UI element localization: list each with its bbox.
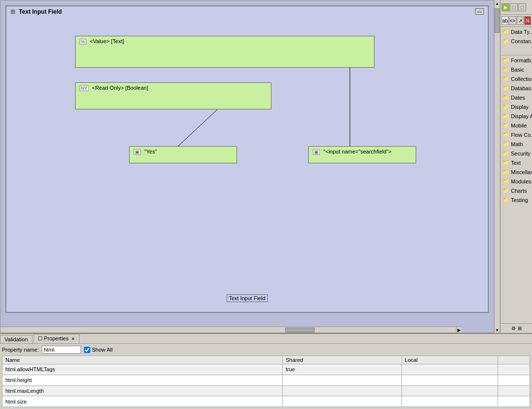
prop-shared: true bbox=[283, 364, 401, 375]
panel-item-label: Flow Co... bbox=[511, 132, 532, 138]
value-node-label: <Value> [Text] bbox=[90, 38, 124, 44]
panel-item-display[interactable]: 📁 Display bbox=[501, 102, 532, 111]
h-scrollbar[interactable]: ▶ bbox=[0, 327, 462, 332]
panel-item-charts[interactable]: 📁 Charts bbox=[501, 186, 532, 195]
panel-item-modules[interactable]: 📁 Modules... bbox=[501, 177, 532, 186]
panel-item-security[interactable]: 📁 Security bbox=[501, 149, 532, 158]
panel-item-math[interactable]: 📁 Math bbox=[501, 139, 532, 149]
folder-icon: 📁 bbox=[503, 197, 509, 203]
folder-icon: 📁 bbox=[503, 150, 509, 156]
ab-btn[interactable]: ab bbox=[502, 16, 508, 25]
filter-icon[interactable]: ⊞ bbox=[518, 326, 522, 331]
panel-item-formatb[interactable]: 📁 Formatb... bbox=[501, 55, 532, 65]
folder-icon: 📁 bbox=[503, 113, 509, 119]
panel-item-data-types[interactable]: 📁 Data Ty... bbox=[501, 27, 532, 36]
prop-name: html.maxLength bbox=[2, 385, 283, 396]
panel-item-constants[interactable]: 📁 Constan... bbox=[501, 36, 532, 46]
folder-icon: 📁 bbox=[503, 85, 509, 91]
prop-name: html.allowHTMLTags bbox=[2, 364, 283, 375]
tab-validation[interactable]: Validation bbox=[0, 335, 32, 343]
minimize-button[interactable]: — bbox=[475, 8, 484, 15]
h-scroll-right[interactable]: ▶ bbox=[456, 327, 462, 333]
panel-item-flow-co[interactable]: 📁 Flow Co... bbox=[501, 130, 532, 139]
prop-extra bbox=[498, 375, 530, 385]
folder-icon: 📁 bbox=[503, 57, 509, 63]
folder-icon: 📁 bbox=[503, 122, 509, 128]
panel-item-label: Constan... bbox=[511, 38, 532, 44]
h-scrollbar-thumb[interactable] bbox=[285, 328, 315, 332]
panel-item-mobile[interactable]: 📁 Mobile bbox=[501, 121, 532, 130]
panel-item-text[interactable]: 📁 Text bbox=[501, 158, 532, 167]
toolbar-btn-3[interactable]: ⬚ bbox=[518, 3, 526, 11]
panel-item-label: Miscellan... bbox=[511, 169, 532, 175]
bottom-panel: Validation ☐ Properties ✕ Property name:… bbox=[0, 333, 532, 409]
folder-icon: 📁 bbox=[503, 103, 509, 110]
panel-item-display-a[interactable]: 📁 Display A... bbox=[501, 111, 532, 121]
scroll-up[interactable]: ▲ bbox=[495, 1, 500, 6]
prop-shared bbox=[283, 375, 401, 385]
prop-extra bbox=[498, 396, 530, 407]
show-all-checkbox[interactable] bbox=[84, 347, 90, 353]
value-node-prefix: % bbox=[80, 39, 86, 45]
toolbar-btn-1[interactable]: ▶ bbox=[502, 3, 509, 11]
code-btn[interactable]: <> bbox=[509, 16, 516, 25]
v-scrollbar[interactable]: ▲ ▼ bbox=[494, 0, 500, 333]
properties-content: Property name: Show All Name Shared Loca… bbox=[0, 344, 532, 409]
col-local: Local bbox=[401, 356, 498, 364]
table-row: html.allowHTMLTagstrue bbox=[2, 364, 530, 375]
n-btn[interactable]: N bbox=[524, 16, 531, 25]
readonly-node[interactable]: NY <Read Only> [Boolean] bbox=[75, 82, 271, 109]
right-panel: ▶ ⬚ ⬚ ab <> ↗ N 📁 Data Ty... 📁 Constan..… bbox=[500, 0, 532, 333]
yes-node-prefix: ▣ bbox=[133, 149, 141, 155]
table-row: html.height bbox=[2, 375, 530, 385]
folder-icon: 📁 bbox=[503, 169, 509, 175]
property-name-label: Property name: bbox=[2, 347, 39, 353]
yes-node[interactable]: ▣ "Yes" bbox=[129, 146, 237, 163]
right-panel-toolbar: ▶ ⬚ ⬚ bbox=[501, 0, 532, 15]
table-row: html.maxLength bbox=[2, 385, 530, 396]
panel-item-miscellan[interactable]: 📁 Miscellan... bbox=[501, 167, 532, 177]
folder-icon: 📁 bbox=[503, 131, 509, 138]
prop-name: html.height bbox=[2, 375, 283, 385]
toolbar-btn-2[interactable]: ⬚ bbox=[510, 3, 518, 11]
value-node[interactable]: % <Value> [Text] bbox=[75, 36, 374, 68]
right-panel-toolbar2: ab <> ↗ N bbox=[501, 15, 532, 27]
properties-table: Name Shared Local html.allowHTMLTagstrue… bbox=[2, 356, 530, 407]
scroll-down[interactable]: ▼ bbox=[495, 328, 500, 333]
panel-item-label: Data Ty... bbox=[511, 29, 532, 35]
folder-icon: 📁 bbox=[503, 76, 509, 82]
panel-item-label: Mobile bbox=[511, 123, 527, 128]
close-tab-icon[interactable]: ✕ bbox=[71, 336, 75, 341]
bottom-tabs: Validation ☐ Properties ✕ bbox=[0, 334, 532, 344]
show-all-checkbox-label[interactable]: Show All bbox=[84, 347, 112, 353]
v-scrollbar-thumb[interactable] bbox=[495, 8, 500, 33]
panel-item-label: Charts bbox=[511, 188, 527, 194]
prop-local bbox=[401, 375, 498, 385]
table-row: html.size bbox=[2, 396, 530, 407]
panel-item-testing[interactable]: 📁 Testing bbox=[501, 195, 532, 204]
prop-local bbox=[401, 364, 498, 375]
col-shared: Shared bbox=[283, 356, 401, 364]
panel-item-collections[interactable]: 📁 Collectio... bbox=[501, 74, 532, 83]
tab-properties[interactable]: ☐ Properties ✕ bbox=[33, 334, 80, 343]
arrow-btn[interactable]: ↗ bbox=[517, 16, 524, 25]
panel-divider bbox=[501, 46, 532, 55]
main-container: ⊞ Text Input Field — % <Value> [Text] bbox=[0, 0, 532, 409]
panel-item-database[interactable]: 📁 Databas... bbox=[501, 83, 532, 93]
input-node[interactable]: ▣ "<input name="searchfield"> bbox=[308, 146, 416, 163]
panel-item-label: Text bbox=[511, 160, 521, 166]
canvas-frame: ⊞ Text Input Field — % <Value> [Text] bbox=[5, 5, 489, 313]
frame-label: Text Input Field bbox=[226, 294, 268, 302]
gear-icon[interactable]: ⚙ bbox=[511, 326, 516, 331]
panel-item-basic[interactable]: 📁 Basic bbox=[501, 65, 532, 74]
panel-item-label: Math bbox=[511, 141, 523, 147]
input-node-label: "<input name="searchfield"> bbox=[323, 149, 392, 154]
property-name-input[interactable] bbox=[42, 346, 81, 354]
panel-item-dates[interactable]: 📁 Dates bbox=[501, 93, 532, 102]
canvas-area: ⊞ Text Input Field — % <Value> [Text] bbox=[0, 0, 494, 333]
folder-icon: 📁 bbox=[503, 187, 509, 194]
panel-scroll: 📁 Data Ty... 📁 Constan... 📁 Formatb... 📁… bbox=[501, 27, 532, 323]
prop-extra bbox=[498, 385, 530, 396]
panel-item-label: Security bbox=[511, 151, 531, 156]
panel-item-label: Display A... bbox=[511, 113, 532, 119]
